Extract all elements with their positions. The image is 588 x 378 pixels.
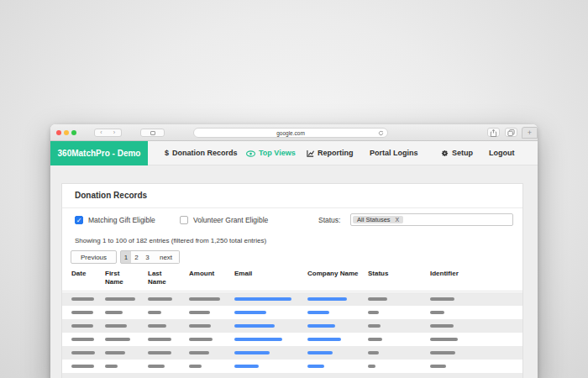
table-cell [430,324,489,328]
column-header-last-name[interactable]: Last Name [148,270,178,286]
table-cell [189,365,231,368]
placeholder-bar [234,311,266,314]
desktop-background: ‹ › google.com + 360MatchPro - Demo $ [0,0,588,378]
status-select[interactable]: All Statuses X [350,213,513,226]
table-cell [105,365,135,368]
table-cell [430,365,489,368]
address-bar[interactable]: google.com [193,128,388,138]
placeholder-bar [189,351,209,354]
placeholder-bar [189,338,213,341]
remove-status-icon[interactable]: X [396,216,400,223]
table-cell [71,338,100,341]
previous-page-button[interactable]: Previous [71,250,117,264]
placeholder-bar [148,311,161,314]
placeholder-bar [307,324,335,328]
placeholder-bar [105,311,123,314]
table-cell [148,365,178,368]
gear-icon [441,150,449,157]
divider [62,207,522,208]
table-cell [105,311,135,314]
column-header-company-name[interactable]: Company Name [307,270,365,278]
placeholder-bar [148,324,166,328]
nav-item-setup[interactable]: Setup [441,141,473,165]
placeholder-bar [430,324,454,328]
placeholder-bar [307,365,324,368]
column-header-status[interactable]: Status [368,270,410,278]
nav-item-portal-logins[interactable]: Portal Logins [370,141,418,165]
placeholder-bar [71,324,93,328]
volunteer-grant-checkbox[interactable] [180,216,188,224]
sidebar-icon [150,131,155,135]
table-cell [430,338,489,341]
table-cell [307,324,365,328]
zoom-window-icon[interactable] [71,130,76,135]
placeholder-bar [189,365,202,368]
placeholder-bar [105,297,135,301]
placeholder-bar [148,365,165,368]
status-label: Status: [318,216,340,224]
table-cell [430,351,489,354]
new-tab-button[interactable]: + [522,127,538,139]
volunteer-grant-label: Volunteer Grant Eligible [193,216,268,224]
app-navbar: 360MatchPro - Demo $ Donation Records To… [50,141,538,165]
table-row [62,346,522,360]
table-cell [368,338,410,341]
page-2-button[interactable]: 2 [131,250,143,264]
table-body [62,292,522,378]
placeholder-bar [105,338,130,341]
browser-chrome: ‹ › google.com + [50,124,538,141]
tab-overview-button[interactable] [505,128,517,137]
reload-icon[interactable] [378,130,384,136]
table-cell [234,297,303,301]
table-cell [148,311,178,314]
chart-icon [307,150,314,157]
placeholder-bar [148,351,171,354]
browser-forward-button[interactable]: › [108,129,122,137]
matching-gift-checkbox[interactable]: ✓ [75,216,83,224]
placeholder-bar [307,297,347,301]
next-page-button[interactable]: next [153,250,180,264]
browser-window: ‹ › google.com + 360MatchPro - Demo $ [50,124,538,378]
table-cell [105,297,135,301]
column-header-identifier[interactable]: Identifier [430,270,489,278]
table-cell [368,365,410,368]
column-header-amount[interactable]: Amount [189,270,231,278]
placeholder-bar [71,338,94,341]
table-row [62,360,522,373]
table-cell [307,338,365,341]
address-url: google.com [276,130,305,136]
placeholder-bar [368,311,379,314]
table-cell [105,338,135,341]
status-chip-value: All Statuses [357,216,391,223]
browser-back-button[interactable]: ‹ [94,129,108,137]
brand-logo[interactable]: 360MatchPro - Demo [50,141,148,165]
page-3-button[interactable]: 3 [142,250,154,264]
table-cell [148,338,178,341]
placeholder-bar [105,324,127,328]
nav-item-reporting[interactable]: Reporting [307,141,354,165]
placeholder-bar [234,297,291,301]
status-chip: All Statuses X [353,216,403,223]
page-1-button[interactable]: 1 [120,250,132,264]
placeholder-bar [307,351,333,354]
nav-item-top-views[interactable]: Top Views [246,141,296,165]
placeholder-bar [307,311,329,314]
page-content: Donation Records ✓ Matching Gift Eligibl… [50,165,538,378]
share-button[interactable] [487,128,500,137]
nav-item-donation-records[interactable]: $ Donation Records [165,141,238,165]
table-cell [148,351,178,354]
column-header-email[interactable]: Email [234,270,303,278]
placeholder-bar [71,311,93,314]
column-header-date[interactable]: Date [71,270,100,278]
sidebar-toggle-button[interactable] [140,129,165,137]
table-row [62,333,522,346]
nav-item-logout[interactable]: Logout [489,141,515,165]
close-window-icon[interactable] [56,130,61,135]
placeholder-bar [71,297,94,301]
table-header: Date First Name Last Name Amount Email C… [62,268,522,291]
column-header-first-name[interactable]: First Name [105,270,135,286]
table-cell [234,311,303,314]
placeholder-bar [430,365,446,368]
minimize-window-icon[interactable] [64,130,69,135]
matching-gift-label: Matching Gift Eligible [88,216,155,224]
